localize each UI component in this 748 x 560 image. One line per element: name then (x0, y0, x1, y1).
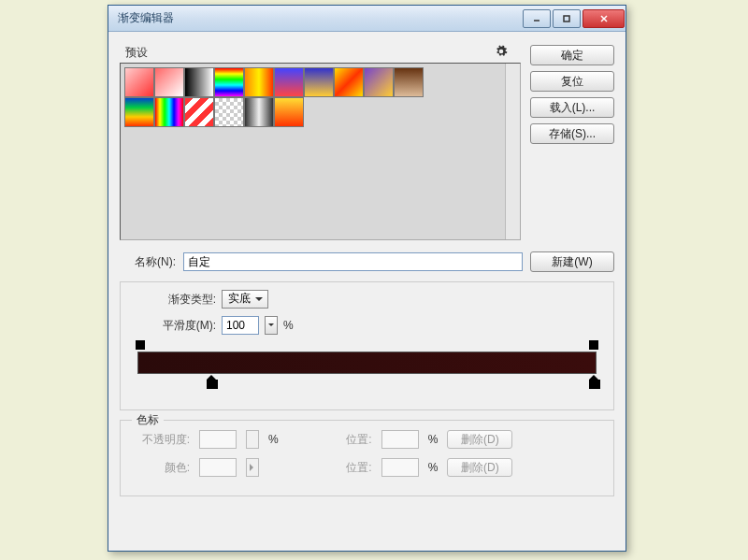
new-button[interactable]: 新建(W) (530, 251, 614, 272)
color-picker-button[interactable] (246, 458, 259, 477)
stops-legend: 色标 (132, 412, 164, 428)
smoothness-spinner[interactable] (265, 316, 278, 335)
preset-swatch-1[interactable] (154, 67, 184, 97)
smoothness-input[interactable] (222, 316, 259, 335)
smoothness-unit: % (283, 319, 294, 332)
smoothness-label: 平滑度(M): (132, 318, 216, 334)
preset-swatch-14[interactable] (244, 97, 274, 127)
color-stop-2[interactable] (589, 376, 598, 387)
preset-swatch-10[interactable] (124, 97, 154, 127)
color-stop-1[interactable] (207, 376, 216, 387)
preset-swatch-15[interactable] (274, 97, 304, 127)
gradient-editor-window: 渐变编辑器 预设 确定 复位 (108, 5, 626, 552)
opacity-position-input[interactable] (381, 430, 419, 449)
preset-swatch-12[interactable] (184, 97, 214, 127)
window-title: 渐变编辑器 (118, 10, 174, 26)
reset-button[interactable]: 复位 (530, 71, 614, 92)
save-button[interactable]: 存储(S)... (530, 123, 614, 144)
opacity-delete-button[interactable]: 删除(D) (447, 430, 512, 449)
preset-swatch-4[interactable] (244, 67, 274, 97)
preset-swatch-11[interactable] (154, 97, 184, 127)
preset-swatch-3[interactable] (214, 67, 244, 97)
opacity-spinner[interactable] (246, 430, 259, 449)
minimize-button[interactable] (523, 9, 551, 28)
gradient-type-select[interactable]: 实底 (222, 290, 268, 309)
gradient-editor-bar[interactable] (132, 342, 602, 398)
window-controls (522, 7, 626, 30)
presets-panel: 预设 (120, 43, 521, 240)
load-button[interactable]: 载入(L)... (530, 97, 614, 118)
gradient-type-value: 实底 (228, 292, 251, 305)
preset-swatch-2[interactable] (184, 67, 214, 97)
presets-label: 预设 (125, 45, 148, 61)
gradient-type-label: 渐变类型: (132, 292, 216, 308)
preset-swatch-8[interactable] (364, 67, 394, 97)
ok-button[interactable]: 确定 (530, 45, 614, 65)
preset-swatch-7[interactable] (334, 67, 364, 97)
preset-swatch-6[interactable] (304, 67, 334, 97)
color-position-label: 位置: (316, 460, 372, 476)
scrollbar[interactable] (505, 64, 520, 239)
opacity-stop-right[interactable] (589, 340, 598, 350)
preset-swatch-13[interactable] (214, 97, 244, 127)
opacity-input[interactable] (199, 430, 237, 449)
color-label: 颜色: (134, 460, 190, 476)
presets-menu-button[interactable] (495, 45, 515, 61)
preset-swatch-0[interactable] (124, 67, 154, 97)
color-position-unit: % (428, 461, 439, 474)
name-input[interactable] (183, 252, 523, 271)
preset-swatch-9[interactable] (394, 67, 424, 97)
name-label: 名称(N): (120, 254, 176, 270)
presets-grid[interactable] (120, 63, 521, 240)
opacity-label: 不透明度: (134, 432, 190, 448)
close-button[interactable] (583, 9, 625, 28)
gradient-settings-group: 渐变类型: 实底 平滑度(M): % (120, 281, 614, 410)
color-position-input[interactable] (381, 458, 419, 477)
stops-fieldset: 色标 不透明度: % 位置: % 删除(D) 颜色: % 位置: % (120, 420, 614, 496)
opacity-position-unit: % (428, 433, 439, 446)
opacity-unit: % (268, 433, 279, 446)
dialog-body: 预设 确定 复位 载入(L)... 存储(S)... 名称(N): (108, 32, 626, 551)
opacity-position-label: 位置: (316, 432, 372, 448)
color-swatch-input[interactable] (199, 458, 237, 477)
maximize-button[interactable] (553, 9, 581, 28)
titlebar[interactable]: 渐变编辑器 (108, 6, 626, 32)
color-delete-button[interactable]: 删除(D) (447, 458, 512, 477)
preset-swatch-5[interactable] (274, 67, 304, 97)
side-buttons: 确定 复位 载入(L)... 存储(S)... (530, 43, 614, 240)
opacity-stop-left[interactable] (136, 340, 145, 350)
svg-rect-1 (564, 16, 569, 22)
gear-icon (495, 45, 508, 58)
